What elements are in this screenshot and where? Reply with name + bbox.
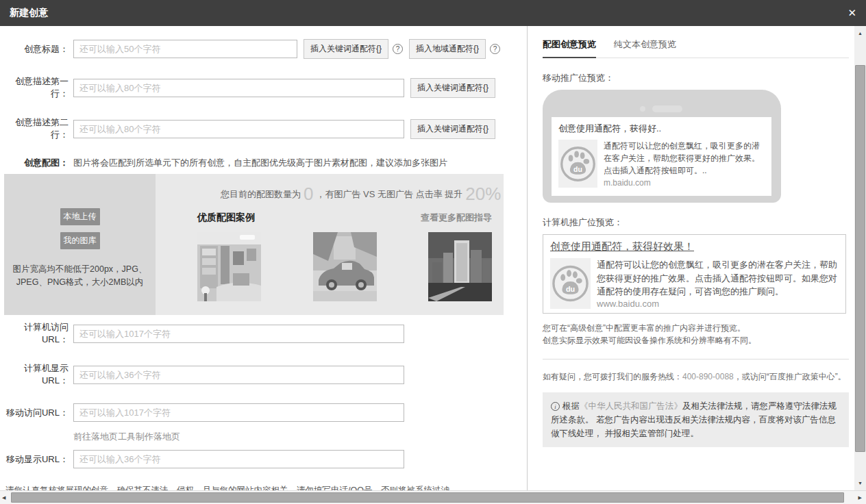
legal-notice-box: i根据《中华人民共和国广告法》及相关法律法规，请您严格遵守法律法规所述条款。 若… [543,392,849,447]
creative-form-pane: 创意标题： 插入关键词通配符{} ? 插入地域通配符{} ? 创意描述第一行： … [0,26,528,490]
upload-panel: 本地上传 我的图库 图片宽高均不能低于200px，JPG、JPEG、PNG格式，… [4,174,156,315]
scroll-left-icon[interactable]: ◀ [2,491,5,504]
mobile-ad-card: 创意使用通配符，获得好.. du [552,117,771,196]
hotline-number: 400-890-0088 [682,372,734,381]
pc-url-row: 计算机访问URL： [0,321,527,346]
image-upload-section: 本地上传 我的图库 图片宽高均不能低于200px，JPG、JPEG、PNG格式，… [4,174,499,315]
case-image-car [313,232,377,301]
phone-speaker-icon [652,105,682,112]
insert-region-wildcard-button[interactable]: 插入地域通配符{} [409,39,486,59]
dialog-header: 新建创意 ✕ [0,0,866,26]
description-line2-row: 创意描述第二行： 插入关键词通配符{} [0,116,527,141]
mobile-url-input[interactable] [73,403,404,422]
mobile-display-url-input[interactable] [73,450,404,468]
tab-text-creative-preview[interactable]: 纯文本创意预览 [614,38,676,58]
pc-display-url-row: 计算机显示URL： [0,362,527,387]
description-line1-input[interactable] [73,79,404,97]
case-block: 优质配图案例 查看更多配图指导 [197,212,492,301]
case-title: 优质配图案例 [197,212,255,224]
pc-ad-card: 创意使用通配符，获得好效果！ du 通配符可以让您的创意飘红，吸引更多的潜在客户… [543,234,846,314]
pc-ad-text: 通配符可以让您的创意飘红，吸引更多的潜在客户关注，帮助您获得更好的推广效果。点击… [597,258,839,299]
creative-title-row: 创意标题： 插入关键词通配符{} ? 插入地域通配符{} ? [0,39,527,59]
vertical-scrollbar-thumb[interactable] [855,65,865,452]
mobile-ad-title: 创意使用通配符，获得好.. [558,123,765,135]
review-notice-text: 请您认真复核将展现的创意，确保其不违法、侵权，且与您的网站内容相关。请勿填写电话… [0,485,527,490]
preview-notes: 您可在“高级创意”中配置更丰富的推广内容并进行预览。 创意实际显示效果可能因设备… [543,322,849,347]
creative-image-hint: 图片将会匹配到所选单元下的所有创意，自主配图优先级高于图片素材配图，建议添加多张… [73,157,447,169]
image-count-value: 0 [304,184,313,205]
description-line2-label: 创意描述第二行： [0,116,69,141]
dialog-title: 新建创意 [10,7,48,19]
ctr-lift-value: 20% [465,184,501,205]
creative-title-label: 创意标题： [0,43,69,55]
local-upload-button[interactable]: 本地上传 [60,208,100,225]
image-count-stats: 您目前的配图数量为 0 ，有图广告 VS 无图广告 点击率 提升 20% [221,184,504,205]
mobile-ad-url: m.baidu.com [604,178,765,188]
creative-title-input[interactable] [73,40,297,58]
advertising-law-link[interactable]: 《中华人民共和国广告法》 [580,401,682,411]
mobile-preview-label: 移动推广位预览： [543,72,849,84]
mobile-display-url-row: 移动显示URL： [0,450,527,468]
new-creative-dialog: 新建创意 ✕ 创意标题： 插入关键词通配符{} ? 插入地域通配符{} ? 创意… [0,0,866,504]
baidu-logo-icon: du [550,258,591,309]
more-guidance-link[interactable]: 查看更多配图指导 [421,212,492,224]
stats-middle: ，有图广告 VS 无图广告 点击率 提升 [316,188,462,201]
phone-camera-icon [640,106,645,112]
mobile-url-row: 移动访问URL： [0,403,527,422]
description-line1-row: 创意描述第一行： 插入关键词通配符{} [0,75,527,100]
mobile-ad-text: 通配符可以让您的创意飘红，吸引更多的潜在客户关注，帮助您获得更好的推广效果。点击… [604,140,765,177]
scroll-down-icon[interactable]: ▼ [854,477,866,489]
creative-image-label: 创意配图： [0,157,69,169]
stats-prefix: 您目前的配图数量为 [221,188,301,201]
pc-url-label: 计算机访问URL： [0,321,69,346]
image-requirements-text: 图片宽高均不能低于200px，JPG、JPEG、PNG格式，大小2MB以内 [10,263,150,290]
svg-text:du: du [573,165,582,173]
scroll-up-icon[interactable]: ▲ [854,27,866,39]
hotline-text: 如有疑问，您可拨打我们的服务热线：400-890-0088，或访问“百度推广政策… [543,371,849,383]
creative-image-row: 创意配图： 图片将会匹配到所选单元下的所有创意，自主配图优先级高于图片素材配图，… [0,157,527,169]
case-image-buildings [428,232,492,301]
insert-keyword-wildcard-button[interactable]: 插入关键词通配符{} [304,39,388,59]
my-library-button[interactable]: 我的图库 [60,232,100,249]
pc-ad-url: www.baidu.com [597,299,839,309]
baidu-logo-icon: du [558,140,597,188]
preview-tabs: 配图创意预览 纯文本创意预览 [543,38,849,58]
pc-ad-title: 创意使用通配符，获得好效果！ [550,240,839,253]
pc-url-input[interactable] [73,325,404,343]
mobile-url-label: 移动访问URL： [0,407,69,419]
description-line1-label: 创意描述第一行： [0,75,69,100]
image-cases-panel: 您目前的配图数量为 0 ，有图广告 VS 无图广告 点击率 提升 20% 优质配… [156,174,504,315]
case-image-interior [197,232,261,301]
scroll-right-icon[interactable]: ▶ [858,491,862,504]
horizontal-scrollbar-thumb[interactable] [11,492,844,503]
insert-keyword-wildcard-button[interactable]: 插入关键词通配符{} [410,119,495,139]
horizontal-scrollbar[interactable]: ◀ ▶ [0,490,866,504]
hotline-suffix: ，或访问“百度推广政策中心”。 [734,372,846,381]
legal-prefix: 根据 [562,401,580,411]
phone-mockup: 创意使用通配符，获得好.. du [543,90,781,203]
hotline-prefix: 如有疑问，您可拨打我们的服务热线： [543,372,682,381]
preview-note-2: 创意实际显示效果可能因设备操作系统和分辨率略有不同。 [543,334,849,347]
creative-preview-pane: 配图创意预览 纯文本创意预览 移动推广位预览： 创意使用通配符，获得好.. [528,26,854,490]
help-icon[interactable]: ? [490,44,500,54]
close-icon[interactable]: ✕ [848,7,856,19]
preview-note-1: 您可在“高级创意”中配置更丰富的推广内容并进行预览。 [543,322,849,335]
info-icon: i [551,402,560,411]
insert-keyword-wildcard-button[interactable]: 插入关键词通配符{} [410,78,495,98]
landing-page-tool-link[interactable]: 前往落地页工具制作落地页 [73,431,527,443]
vertical-scrollbar[interactable]: ▲ ▼ [854,26,866,490]
tab-image-creative-preview[interactable]: 配图创意预览 [543,38,596,58]
mobile-display-url-label: 移动显示URL： [0,453,69,466]
help-icon[interactable]: ? [393,44,403,54]
description-line2-input[interactable] [73,120,404,138]
pc-display-url-input[interactable] [73,366,404,384]
divider [543,359,849,360]
pc-preview-label: 计算机推广位预览： [543,216,849,229]
svg-text:du: du [566,285,575,293]
pc-display-url-label: 计算机显示URL： [0,362,69,387]
